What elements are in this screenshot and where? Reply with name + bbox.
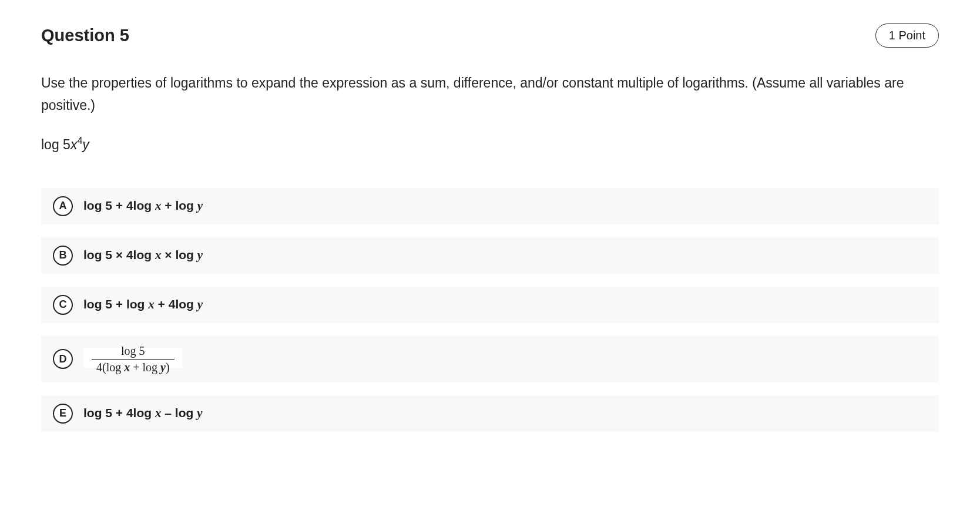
question-header: Question 5 1 Point [41, 24, 939, 48]
expr-exponent: 4 [77, 135, 82, 146]
option-text: log 5 × 4log x × log y [83, 248, 203, 263]
opt-text-var: y [197, 248, 203, 262]
fraction-denominator: 4(log x + log y) [92, 359, 174, 374]
opt-text-seg: 4(log [96, 361, 124, 374]
expr-prefix: log 5 [41, 137, 71, 152]
question-page: Question 5 1 Point Use the properties of… [0, 0, 980, 455]
option-letter: C [53, 295, 73, 315]
opt-text-seg: log 5 + log [83, 297, 148, 311]
opt-text-seg: log 5 + 4log [83, 406, 155, 419]
option-text: log 5 + log x + 4log y [83, 297, 203, 312]
opt-text-var: x [148, 297, 155, 311]
option-letter: D [53, 349, 73, 369]
option-c[interactable]: C log 5 + log x + 4log y [41, 287, 939, 323]
opt-text-seg: ) [166, 361, 170, 374]
opt-text-seg: – log [161, 406, 197, 419]
expr-var2: y [82, 137, 89, 152]
option-b[interactable]: B log 5 × 4log x × log y [41, 237, 939, 274]
opt-text-var: y [197, 199, 203, 213]
question-expression: log 5x4y [41, 137, 939, 153]
opt-text-seg: + log [130, 361, 160, 374]
points-badge: 1 Point [875, 24, 939, 48]
opt-text-var: x [155, 199, 162, 213]
opt-text-var: x [124, 361, 130, 374]
expr-var1: x [71, 137, 78, 152]
option-a[interactable]: A log 5 + 4log x + log y [41, 188, 939, 224]
option-letter: E [53, 404, 73, 424]
opt-text-seg: + log [161, 199, 197, 212]
opt-text-var: y [197, 297, 203, 311]
option-text: log 5 + 4log x + log y [83, 199, 203, 213]
opt-text-seg: + 4log [155, 297, 197, 311]
question-prompt: Use the properties of logarithms to expa… [41, 72, 939, 117]
option-letter: A [53, 196, 73, 216]
opt-text-seg: log 5 × 4log [83, 248, 155, 261]
answer-options: A log 5 + 4log x + log y B log 5 × 4log … [41, 188, 939, 432]
fraction-numerator: log 5 [116, 344, 150, 359]
option-e[interactable]: E log 5 + 4log x – log y [41, 395, 939, 432]
question-title: Question 5 [41, 26, 129, 45]
opt-text-var: y [197, 406, 202, 420]
opt-text-seg: log 5 + 4log [83, 199, 155, 212]
fraction: log 5 4(log x + log y) [83, 348, 183, 368]
opt-text-seg: × log [161, 248, 197, 261]
opt-text-var: x [155, 248, 162, 262]
option-d[interactable]: D log 5 4(log x + log y) [41, 336, 939, 382]
option-letter: B [53, 246, 73, 266]
option-text: log 5 4(log x + log y) [83, 344, 183, 374]
option-text: log 5 + 4log x – log y [83, 406, 202, 421]
opt-text-var: y [160, 361, 166, 374]
opt-text-var: x [155, 406, 162, 420]
